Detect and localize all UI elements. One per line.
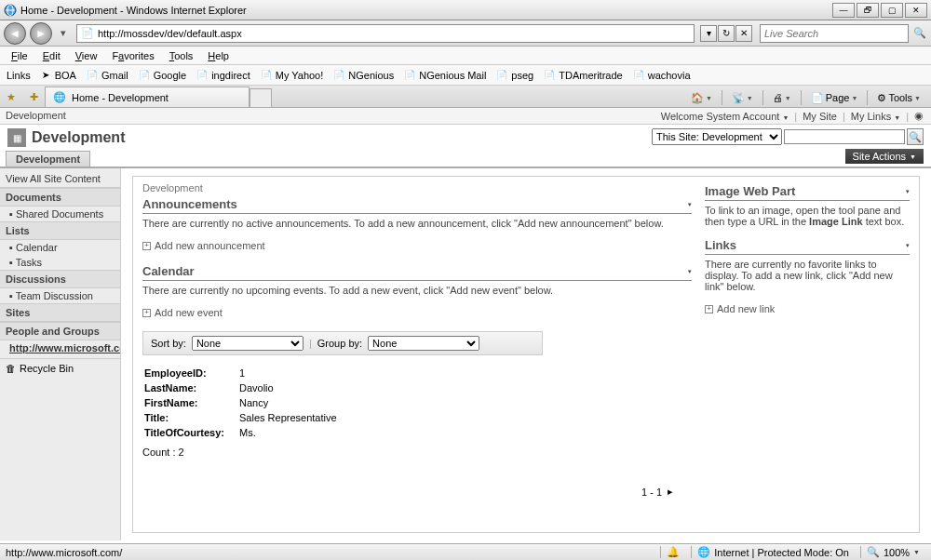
address-input[interactable]: [98, 28, 690, 39]
chevron-down-icon[interactable]: ▾: [906, 188, 910, 195]
mylinks-menu[interactable]: My Links ▼: [851, 111, 900, 122]
sort-select[interactable]: None: [192, 336, 304, 351]
site-search-input[interactable]: [784, 129, 905, 144]
chevron-down-icon[interactable]: ▾: [688, 201, 692, 208]
sort-group-bar: Sort by: None | Group by: None: [142, 331, 543, 355]
welcome-menu[interactable]: Welcome System Account ▼: [661, 111, 789, 122]
address-dropdown[interactable]: ▾: [700, 25, 717, 42]
field-value: Sales Representative: [239, 411, 343, 424]
menu-view[interactable]: View: [68, 48, 105, 63]
page-icon: 📄: [543, 69, 556, 82]
add-link-link[interactable]: +Add new link: [705, 301, 910, 316]
restore-button[interactable]: 🗗: [857, 3, 879, 18]
menu-edit[interactable]: Edit: [35, 48, 68, 63]
help-icon[interactable]: ◉: [914, 110, 924, 122]
status-popups-icon[interactable]: 🔔: [660, 546, 685, 558]
link-myyahoo[interactable]: 📄My Yahoo!: [256, 67, 328, 84]
chevron-down-icon[interactable]: ▾: [688, 268, 692, 275]
webpart-announcements-title[interactable]: Announcements▾: [142, 195, 692, 214]
new-tab-button[interactable]: [250, 88, 272, 107]
internet-icon: 🌐: [697, 546, 710, 558]
tab-label: Home - Development: [72, 92, 169, 103]
status-zoom[interactable]: 🔍 100% ▼: [860, 546, 925, 558]
recycle-bin[interactable]: 🗑 Recycle Bin: [0, 358, 120, 378]
address-bar[interactable]: 📄: [76, 24, 695, 43]
webpart-image-body: To link to an image, open the tool pane …: [705, 201, 910, 236]
nav-calendar[interactable]: ▪ Calendar: [0, 240, 120, 255]
field-label: FirstName:: [144, 396, 237, 409]
page-icon: 📄: [86, 69, 99, 82]
link-ingdirect[interactable]: 📄ingdirect: [192, 67, 254, 84]
link-pseg[interactable]: 📄pseg: [492, 67, 537, 84]
menu-favorites[interactable]: Favorites: [104, 48, 161, 63]
links-label: Links: [4, 70, 34, 81]
field-value: Ms.: [239, 426, 343, 439]
add-event-link[interactable]: +Add new event: [142, 305, 692, 320]
link-google[interactable]: 📄Google: [134, 67, 190, 84]
back-button[interactable]: ◄: [4, 22, 26, 45]
forward-button[interactable]: ►: [30, 22, 52, 45]
page-icon: 📄: [138, 69, 151, 82]
site-actions-menu[interactable]: Site Actions▼: [845, 149, 924, 164]
chevron-down-icon[interactable]: ▾: [906, 242, 910, 249]
link-gmail[interactable]: 📄Gmail: [82, 67, 132, 84]
browser-tab[interactable]: 🌐 Home - Development: [45, 87, 250, 107]
feeds-button[interactable]: 📡▼: [727, 88, 758, 107]
add-announcement-link[interactable]: +Add new announcement: [142, 238, 692, 253]
site-search: This Site: Development 🔍: [652, 128, 924, 145]
recent-pages-dropdown[interactable]: ▾: [56, 24, 71, 43]
pager-next[interactable]: ▸: [668, 486, 673, 498]
tools-menu[interactable]: ⚙ Tools▼: [872, 88, 925, 107]
add-favorites-button[interactable]: ✚: [22, 87, 45, 107]
link-boa[interactable]: ➤BOA: [35, 67, 80, 84]
search-input[interactable]: [764, 28, 904, 39]
favorites-center-button[interactable]: ★: [0, 87, 22, 107]
page-menu[interactable]: 📄 Page▼: [806, 88, 863, 107]
link-ngeniousmail[interactable]: 📄NGenious Mail: [399, 67, 490, 84]
pager: 1 - 1 ▸: [142, 486, 692, 498]
group-select[interactable]: None: [368, 336, 479, 351]
refresh-button[interactable]: ↻: [718, 25, 735, 42]
page-icon: 📄: [81, 27, 94, 39]
breadcrumb-text[interactable]: Development: [6, 110, 66, 121]
print-button[interactable]: 🖨▼: [768, 88, 796, 107]
maximize-button[interactable]: ▢: [881, 3, 903, 18]
link-ngenious[interactable]: 📄NGenious: [329, 67, 398, 84]
stop-button[interactable]: ✕: [735, 25, 752, 42]
menu-bar: File Edit View Favorites Tools Help: [0, 47, 931, 65]
mysite-link[interactable]: My Site: [803, 111, 837, 122]
link-tdameritrade[interactable]: 📄TDAmeritrade: [539, 67, 626, 84]
link-wachovia[interactable]: 📄wachovia: [628, 67, 695, 84]
field-value: Davolio: [239, 381, 343, 394]
nav-tasks[interactable]: ▪ Tasks: [0, 255, 120, 270]
view-all-site-content[interactable]: View All Site Content: [0, 170, 120, 188]
nav-shared-documents[interactable]: ▪ Shared Documents: [0, 207, 120, 221]
nav-header-lists: Lists: [0, 221, 120, 240]
nav-external-link[interactable]: http://www.microsoft.com: [0, 340, 120, 355]
arrow-icon: ➤: [39, 69, 52, 82]
close-button[interactable]: ✕: [905, 3, 927, 18]
home-button[interactable]: 🏠▼: [686, 88, 717, 107]
menu-file[interactable]: File: [4, 48, 35, 63]
search-box[interactable]: [760, 24, 909, 43]
page-icon: 📄: [403, 69, 416, 82]
topnav-tab-development[interactable]: Development: [6, 151, 90, 167]
minimize-button[interactable]: —: [832, 3, 855, 18]
nav-team-discussion[interactable]: ▪ Team Discussion: [0, 288, 120, 303]
site-search-go[interactable]: 🔍: [907, 128, 924, 145]
site-breadcrumb: Development Welcome System Account ▼ | M…: [0, 108, 931, 125]
menu-help[interactable]: Help: [200, 48, 236, 63]
webpart-links-title[interactable]: Links▾: [705, 236, 910, 255]
webpart-image-title[interactable]: Image Web Part▾: [705, 182, 910, 201]
page-content: Development Welcome System Account ▼ | M…: [0, 108, 931, 543]
field-label: EmployeeID:: [144, 367, 237, 380]
ie-icon: 🌐: [53, 91, 66, 103]
search-scope-select[interactable]: This Site: Development: [652, 128, 782, 145]
webpart-calendar-title[interactable]: Calendar▾: [142, 262, 692, 281]
search-go-button[interactable]: 🔍: [912, 24, 927, 43]
field-label: TitleOfCourtesy:: [144, 426, 237, 439]
window-title: Home - Development - Windows Internet Ex…: [20, 5, 832, 16]
menu-tools[interactable]: Tools: [162, 48, 201, 63]
plus-icon: +: [142, 309, 151, 317]
nav-header-sites: Sites: [0, 303, 120, 322]
